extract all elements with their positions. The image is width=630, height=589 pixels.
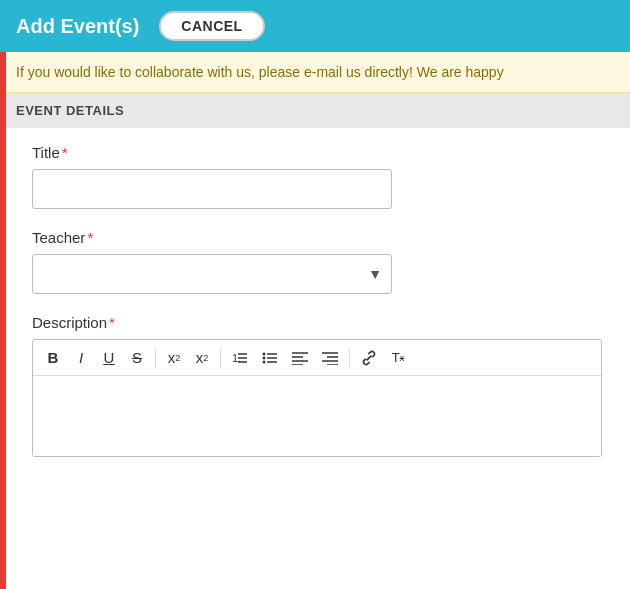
link-button[interactable] [356, 347, 382, 369]
left-accent-bar [0, 52, 6, 589]
banner-text: If you would like to collaborate with us… [16, 64, 504, 80]
page-header: Add Event(s) CANCEL [0, 0, 630, 52]
svg-point-4 [263, 352, 266, 355]
align-right-button[interactable] [317, 348, 343, 368]
title-input[interactable] [32, 169, 392, 209]
teacher-select[interactable]: Teacher 1 Teacher 2 [32, 254, 392, 294]
event-details-form: Title* Teacher* Teacher 1 Teacher 2 ▼ De… [0, 128, 630, 493]
superscript-button[interactable]: x2 [162, 346, 186, 369]
clear-format-button[interactable]: Tx [386, 347, 410, 368]
description-input[interactable] [33, 376, 601, 456]
ordered-list-button[interactable]: 1. [227, 347, 253, 369]
cancel-button[interactable]: CANCEL [159, 11, 264, 41]
italic-button[interactable]: I [69, 346, 93, 369]
underline-button[interactable]: U [97, 346, 121, 369]
info-banner: If you would like to collaborate with us… [0, 52, 630, 93]
title-required: * [62, 144, 68, 161]
description-group: Description* B I U S x2 x2 1. [32, 314, 598, 457]
teacher-select-wrapper: Teacher 1 Teacher 2 ▼ [32, 254, 392, 294]
toolbar-divider-2 [220, 348, 221, 368]
subscript-button[interactable]: x2 [190, 346, 214, 369]
teacher-required: * [87, 229, 93, 246]
title-label: Title* [32, 144, 598, 161]
toolbar-divider-1 [155, 348, 156, 368]
teacher-label: Teacher* [32, 229, 598, 246]
description-editor: B I U S x2 x2 1. [32, 339, 602, 457]
description-label: Description* [32, 314, 598, 331]
align-left-button[interactable] [287, 348, 313, 368]
description-required: * [109, 314, 115, 331]
toolbar-divider-3 [349, 348, 350, 368]
editor-toolbar: B I U S x2 x2 1. [33, 340, 601, 376]
strikethrough-button[interactable]: S [125, 346, 149, 369]
page-title: Add Event(s) [16, 15, 139, 38]
teacher-group: Teacher* Teacher 1 Teacher 2 ▼ [32, 229, 598, 294]
bold-button[interactable]: B [41, 346, 65, 369]
unordered-list-button[interactable] [257, 347, 283, 369]
section-label: EVENT DETAILS [16, 103, 124, 118]
section-header: EVENT DETAILS [0, 93, 630, 128]
svg-point-5 [263, 356, 266, 359]
svg-point-6 [263, 360, 266, 363]
title-group: Title* [32, 144, 598, 209]
